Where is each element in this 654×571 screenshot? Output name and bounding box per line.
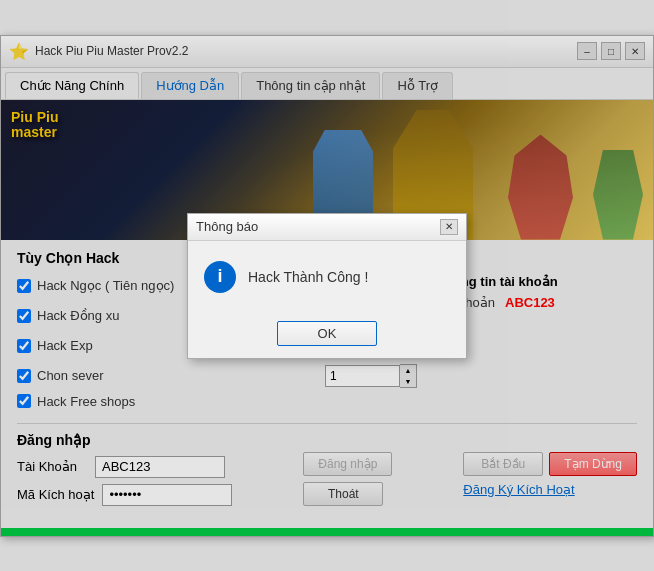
modal-message: Hack Thành Công ! <box>248 269 368 285</box>
modal-title: Thông báo <box>196 219 258 234</box>
modal-dialog: Thông báo ✕ i Hack Thành Công ! OK <box>187 213 467 359</box>
modal-footer: OK <box>188 313 466 358</box>
info-icon: i <box>204 261 236 293</box>
modal-ok-button[interactable]: OK <box>277 321 378 346</box>
modal-body: i Hack Thành Công ! <box>188 241 466 313</box>
modal-title-bar: Thông báo ✕ <box>188 214 466 241</box>
modal-close-button[interactable]: ✕ <box>440 219 458 235</box>
modal-overlay: Thông báo ✕ i Hack Thành Công ! OK <box>0 0 654 571</box>
